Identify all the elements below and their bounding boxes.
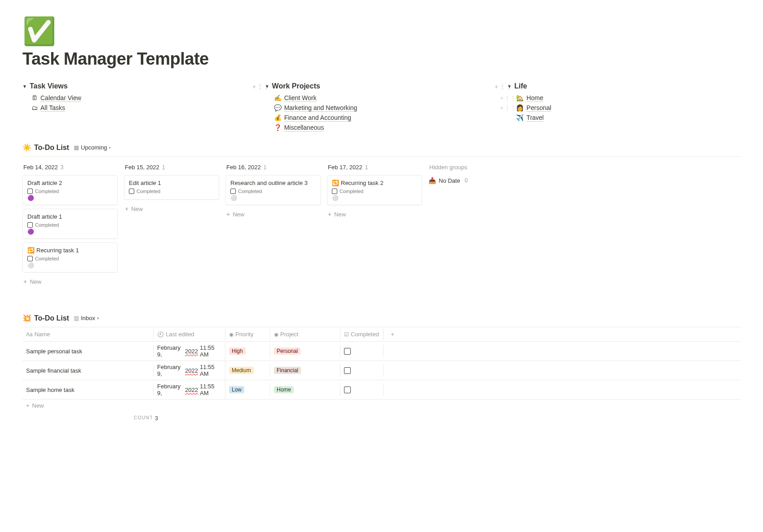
new-label: New xyxy=(131,206,143,212)
card-completed-prop[interactable]: Completed xyxy=(27,256,113,261)
cell-name[interactable]: Sample home task xyxy=(22,384,154,396)
inbox-title[interactable]: 💥 To-Do List xyxy=(22,314,69,322)
board-new-button[interactable]: +New xyxy=(327,209,422,220)
board-card[interactable]: Research and outline article 3Completed⚪… xyxy=(225,175,321,205)
view-switcher-inbox[interactable]: ▥ Inbox ▾ xyxy=(74,315,99,321)
table-row[interactable]: Sample personal taskFebruary 9, 2022 11:… xyxy=(22,342,741,361)
plus-icon[interactable]: + xyxy=(252,83,256,90)
card-completed-prop[interactable]: Completed xyxy=(27,189,113,194)
toggle-triangle-icon[interactable]: ▼ xyxy=(22,84,27,89)
card-completed-prop[interactable]: Completed xyxy=(27,222,113,228)
checkbox-icon[interactable] xyxy=(344,367,351,374)
card-completed-prop[interactable]: Completed xyxy=(129,189,214,194)
board-new-button[interactable]: +New xyxy=(124,203,219,214)
checkbox-icon[interactable] xyxy=(27,256,33,261)
column-count: 1 xyxy=(264,164,267,171)
plus-icon[interactable]: + xyxy=(500,105,503,111)
board-card[interactable]: Draft article 2Completed🟣 xyxy=(22,175,118,205)
nav-item-travel[interactable]: ✈️ Travel xyxy=(516,113,741,123)
block-handle[interactable]: + ⋮⋮ xyxy=(494,83,512,90)
nav-heading-life[interactable]: ▼ Life xyxy=(507,82,741,90)
nav-item-all-tasks[interactable]: 🗂 All Tasks xyxy=(31,103,256,113)
cell-project[interactable]: Personal xyxy=(270,345,340,357)
checkbox-icon[interactable] xyxy=(344,348,351,355)
drag-handle-icon[interactable]: ⋮⋮ xyxy=(504,95,516,101)
cell-name[interactable]: Sample personal task xyxy=(22,345,154,357)
drag-handle-icon[interactable]: ⋮⋮ xyxy=(257,83,269,90)
checkbox-icon[interactable] xyxy=(344,387,351,393)
card-completed-prop[interactable]: Completed xyxy=(230,189,316,194)
todo-title[interactable]: ☀️ To-Do List xyxy=(22,143,69,152)
add-column-button[interactable]: + xyxy=(384,328,401,340)
cell-name[interactable]: Sample financial task xyxy=(22,365,154,377)
nav-item-misc[interactable]: ❓ Miscellaneous xyxy=(274,123,498,132)
board-card[interactable]: Draft article 1Completed🟣 xyxy=(22,209,118,239)
checkbox-icon[interactable] xyxy=(27,222,33,228)
completed-label: Completed xyxy=(35,222,59,228)
project-tag: Home xyxy=(274,386,294,393)
hidden-group-label: No Date xyxy=(439,177,460,184)
nav-heading-work-projects[interactable]: ▼ Work Projects xyxy=(265,82,498,90)
nav-heading-task-views[interactable]: ▼ Task Views xyxy=(22,82,256,90)
board-card[interactable]: 🔁Recurring task 2Completed⚪️ xyxy=(327,175,422,205)
nav-item-personal[interactable]: + ⋮⋮ 👩 Personal xyxy=(516,103,741,113)
checkbox-icon[interactable] xyxy=(27,189,33,194)
board-column-header[interactable]: Feb 16, 20221 xyxy=(225,161,321,175)
view-label: Upcoming xyxy=(81,144,107,151)
cell-completed[interactable] xyxy=(340,384,384,396)
nav-item-finance[interactable]: 💰 Finance and Accounting xyxy=(274,113,498,123)
project-tag: Financial xyxy=(274,367,301,374)
inbox-section-head: 💥 To-Do List ▥ Inbox ▾ xyxy=(22,314,741,322)
nav-item-label: Marketing and Networking xyxy=(284,104,357,111)
table-new-row-button[interactable]: + New xyxy=(22,400,741,412)
checkbox-icon[interactable] xyxy=(230,189,236,194)
cell-completed[interactable] xyxy=(340,365,384,377)
table-row[interactable]: Sample home taskFebruary 9, 2022 11:55 A… xyxy=(22,380,741,400)
col-header-project[interactable]: ◉ Project xyxy=(270,328,340,340)
board-column-header[interactable]: Feb 17, 20221 xyxy=(327,161,422,175)
board-column-header[interactable]: Feb 14, 20223 xyxy=(22,161,118,175)
cell-priority[interactable]: Low xyxy=(225,383,270,396)
cell-completed[interactable] xyxy=(340,345,384,357)
hidden-group-no-date[interactable]: 📥No Date0 xyxy=(428,175,500,186)
nav-item-marketing[interactable]: 💬 Marketing and Networking xyxy=(274,103,498,113)
project-tag: Personal xyxy=(274,347,300,355)
clock-icon: 🕘 xyxy=(157,331,164,338)
view-switcher-upcoming[interactable]: ▦ Upcoming ▾ xyxy=(74,144,111,151)
nav-col-task-views: ▼ Task Views 🗓 Calendar View 🗂 All Tasks xyxy=(22,82,256,132)
plus-icon[interactable]: + xyxy=(494,83,498,90)
board-column-header[interactable]: Feb 15, 20221 xyxy=(124,161,219,175)
cell-project[interactable]: Home xyxy=(270,383,340,396)
block-handle[interactable]: + ⋮⋮ xyxy=(500,95,516,101)
col-header-name[interactable]: Aa Name xyxy=(22,328,154,340)
cell-priority[interactable]: Medium xyxy=(225,364,270,377)
table-header-row: Aa Name 🕘 Last edited ◉ Priority ◉ Proje… xyxy=(22,327,741,342)
inbox-table: Aa Name 🕘 Last edited ◉ Priority ◉ Proje… xyxy=(22,327,741,412)
block-handle[interactable]: + ⋮⋮ xyxy=(252,83,269,90)
block-handle[interactable]: + ⋮⋮ xyxy=(500,105,516,111)
col-header-last-edited[interactable]: 🕘 Last edited xyxy=(154,328,225,340)
money-icon: 💰 xyxy=(274,114,282,121)
priority-tag: Medium xyxy=(229,367,254,374)
cell-project[interactable]: Financial xyxy=(270,364,340,377)
col-header-priority[interactable]: ◉ Priority xyxy=(225,328,270,340)
board-card[interactable]: Edit article 1Completed xyxy=(124,175,219,200)
table-row[interactable]: Sample financial taskFebruary 9, 2022 11… xyxy=(22,361,741,380)
page-icon[interactable]: ✅ xyxy=(22,18,741,45)
nav-item-client-work[interactable]: ✍️ Client Work xyxy=(274,93,498,103)
col-header-completed[interactable]: ☑ Completed xyxy=(340,328,384,340)
plus-icon[interactable]: + xyxy=(500,95,503,101)
cell-priority[interactable]: High xyxy=(225,345,270,357)
drag-handle-icon[interactable]: ⋮⋮ xyxy=(499,83,512,90)
board-card[interactable]: 🔁Recurring task 1Completed⚪️ xyxy=(22,242,118,273)
nav-item-calendar-view[interactable]: 🗓 Calendar View xyxy=(31,93,256,103)
board-new-button[interactable]: +New xyxy=(225,209,321,220)
cell-empty xyxy=(384,368,401,373)
checkbox-icon[interactable] xyxy=(332,189,337,194)
drag-handle-icon[interactable]: ⋮⋮ xyxy=(504,105,516,111)
checkbox-icon[interactable] xyxy=(129,189,134,194)
nav-item-home[interactable]: + ⋮⋮ 🏡 Home xyxy=(516,93,741,103)
board-new-button[interactable]: +New xyxy=(22,276,118,287)
plus-icon: + xyxy=(125,205,128,212)
card-completed-prop[interactable]: Completed xyxy=(332,189,417,194)
